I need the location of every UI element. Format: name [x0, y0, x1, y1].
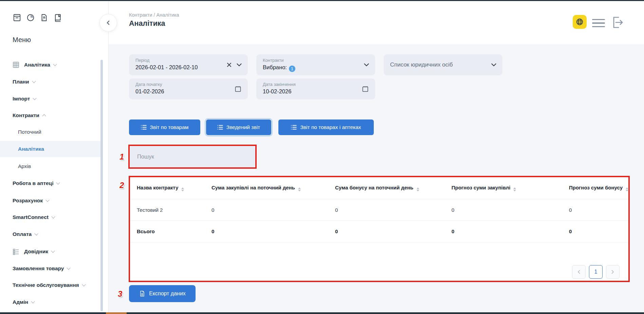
chevron-down-icon: [33, 96, 37, 100]
calendar-icon[interactable]: [362, 85, 369, 93]
book-icon[interactable]: [53, 13, 62, 22]
sidebar-item-import[interactable]: Імпорт: [13, 95, 36, 103]
sidebar-item-calculation[interactable]: Розрахунок: [13, 197, 49, 205]
sidebar-item-admin[interactable]: Адмін: [13, 298, 34, 306]
sidebar-subitem-label: Поточний: [18, 129, 41, 135]
hamburger-line: [592, 19, 605, 20]
contracts-table: Назва контракту Сума закупівлі на поточн…: [130, 177, 628, 242]
sidebar-item-plans[interactable]: Плани: [13, 78, 35, 86]
sidebar-item-label: Розрахунок: [13, 198, 43, 204]
cell-total-label: Всього: [130, 221, 211, 242]
hamburger-line: [592, 26, 605, 27]
sidebar-item-directory[interactable]: Довідник: [13, 247, 54, 256]
sidebar-item-maintenance[interactable]: Технічне обслуговування: [13, 281, 85, 289]
column-header-bonus-sum[interactable]: Сума бонусу на поточний день: [335, 177, 452, 199]
bottom-taskbar-strip: [0, 312, 644, 314]
sidebar-item-contracts[interactable]: Контракти: [13, 111, 45, 119]
cell-contract-name: Тестовий 2: [130, 199, 211, 221]
date-end-field[interactable]: Дата закінчення 10-02-2026: [256, 78, 375, 99]
date-start-label: Дата початку: [135, 82, 162, 87]
chevron-down-icon: [51, 215, 55, 218]
report-summary-button[interactable]: Зведений звіт: [206, 119, 271, 135]
period-value: 2026-02-01 - 2026-02-10: [135, 64, 198, 71]
report-products-pharmacies-button[interactable]: Звіт по товарах і аптеках: [278, 119, 374, 135]
chevron-down-icon: [51, 249, 55, 253]
cell-total-value: 0: [211, 221, 335, 242]
sort-icon[interactable]: [417, 187, 419, 191]
sidebar-item-product-order[interactable]: Замовлення товару: [13, 264, 70, 273]
chevron-down-icon[interactable]: [364, 63, 369, 67]
chevron-down-icon: [32, 79, 36, 83]
legal-entities-filter[interactable]: Список юридичних осіб: [384, 54, 502, 75]
sidebar-scrollbar[interactable]: [100, 60, 103, 311]
chevron-left-icon: [106, 20, 111, 25]
date-start-field[interactable]: Дата початку 01-02-2026: [129, 78, 248, 99]
cell-value: 0: [452, 199, 569, 221]
sidebar-subitem-label: Архів: [18, 163, 31, 169]
menu-hamburger-button[interactable]: [592, 19, 605, 27]
report-products-button[interactable]: Звіт по товарам: [129, 119, 200, 135]
column-header-purchase-forecast[interactable]: Прогноз суми закупівлі: [452, 177, 569, 199]
pie-chart-icon[interactable]: [26, 13, 35, 22]
table-annotation-box: Назва контракту Сума закупівлі на поточн…: [129, 176, 630, 282]
period-filter[interactable]: Період 2026-02-01 - 2026-02-10: [129, 54, 248, 75]
button-label: Експорт даних: [149, 291, 186, 297]
logout-button[interactable]: [611, 15, 624, 30]
breadcrumb[interactable]: Контракти / Аналітика: [129, 12, 179, 18]
sidebar-item-smartconnect[interactable]: SmartConnect: [13, 213, 55, 221]
sidebar-item-label: Адмін: [13, 299, 28, 305]
grid-icon: [13, 61, 19, 68]
sort-icon[interactable]: [298, 187, 301, 191]
chevron-up-icon: [42, 114, 46, 118]
globe-icon: [575, 18, 584, 26]
language-globe-button[interactable]: [573, 15, 587, 29]
chevron-down-icon: [56, 181, 60, 184]
column-header-purchase-sum[interactable]: Сума закупівлі на поточний день: [211, 177, 335, 199]
search-annotation-box: [128, 145, 257, 169]
pagination-prev-button[interactable]: [572, 265, 586, 279]
logout-icon: [611, 16, 624, 29]
column-header-bonus-forecast[interactable]: Прогноз суми бонусу: [569, 177, 628, 199]
document-icon[interactable]: [40, 13, 49, 22]
export-data-button[interactable]: Експорт даних: [129, 285, 196, 302]
sort-icon[interactable]: [181, 187, 184, 191]
pagination: 1: [572, 265, 620, 279]
cell-value: 0: [569, 199, 628, 221]
sidebar-item-label: Оплата: [13, 231, 32, 237]
sidebar-item-pharmacy-work[interactable]: Робота в аптеці: [13, 179, 59, 187]
sidebar-subitem-current[interactable]: Поточний: [0, 124, 101, 140]
button-label: Звіт по товарах і аптеках: [300, 124, 361, 130]
pagination-next-button[interactable]: [606, 265, 620, 279]
sidebar-collapse-button[interactable]: [99, 14, 117, 32]
annotation-number-1: 1: [119, 152, 124, 162]
chevron-right-icon: [611, 270, 615, 274]
list-icon: [13, 248, 19, 255]
calendar-icon[interactable]: [234, 85, 242, 93]
legal-entities-placeholder: Список юридичних осіб: [390, 54, 453, 75]
cell-value: 0: [211, 199, 335, 221]
date-end-label: Дата закінчення: [263, 82, 296, 87]
pagination-page-1[interactable]: 1: [589, 265, 603, 279]
sidebar-subitem-archive[interactable]: Архів: [0, 158, 101, 174]
chevron-down-icon[interactable]: [491, 63, 496, 67]
contracts-filter[interactable]: Контракти Вибрано:1: [256, 54, 375, 75]
app-root: Меню Аналітика Плани Імпорт Контракти По…: [0, 0, 644, 314]
sidebar-item-label: Плани: [13, 79, 29, 85]
archive-box-icon[interactable]: [13, 13, 21, 22]
sort-icon[interactable]: [513, 187, 516, 191]
sidebar-subitem-analytics[interactable]: Аналітика: [0, 141, 101, 157]
sidebar-item-analytics[interactable]: Аналітика: [13, 61, 56, 69]
cell-value: 0: [335, 199, 452, 221]
list-bullets-icon: [217, 125, 223, 130]
sort-icon[interactable]: [626, 187, 628, 191]
clear-icon[interactable]: [226, 62, 232, 68]
column-header-contract-name[interactable]: Назва контракту: [130, 177, 211, 199]
table-total-row: Всього 0 0 0 0: [130, 221, 628, 242]
chevron-down-icon[interactable]: [237, 63, 242, 67]
date-end-value: 10-02-2026: [263, 88, 291, 95]
table-row[interactable]: Тестовий 2 0 0 0 0: [130, 199, 628, 221]
search-input[interactable]: [130, 146, 255, 167]
sidebar-item-payment[interactable]: Оплата: [13, 230, 38, 238]
sidebar-item-label: Технічне обслуговування: [13, 282, 79, 288]
button-label: Звіт по товарам: [150, 124, 189, 130]
